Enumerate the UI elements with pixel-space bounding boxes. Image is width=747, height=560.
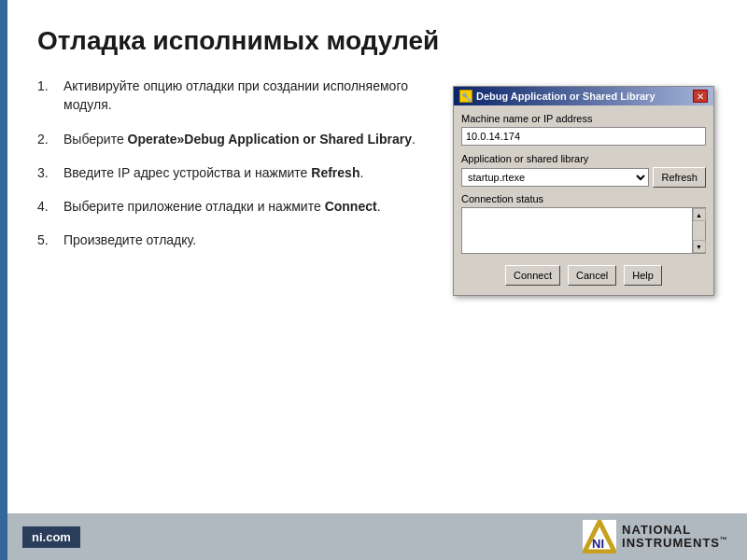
trademark-symbol: ™	[720, 536, 728, 544]
dialog-window: 🔧 Debug Application or Shared Library ✕ …	[453, 86, 714, 296]
footer-instruments: INSTRUMENTS™	[622, 537, 728, 551]
svg-text:NI: NI	[592, 537, 604, 551]
step-4-bold: Connect	[325, 199, 377, 214]
ni-url: ni.com	[22, 526, 80, 548]
scrollbar-vertical[interactable]: ▲ ▼	[692, 208, 705, 253]
app-library-select[interactable]: startup.rtexe	[461, 168, 649, 187]
step-4-text: Выберите приложение отладки и нажмите Co…	[63, 197, 434, 216]
app-library-row: startup.rtexe Refresh	[461, 167, 706, 188]
connection-status-box: ▲ ▼	[461, 207, 706, 254]
scroll-down-arrow[interactable]: ▼	[693, 240, 706, 253]
step-2-text: Выберите Operate»Debug Application or Sh…	[63, 130, 434, 148]
list-item: Выберите приложение отладки и нажмите Co…	[37, 197, 434, 216]
list-item: Введите IP адрес устройства и нажмите Re…	[37, 163, 434, 182]
steps-list: Активируйте опцию отладки при создании и…	[37, 77, 434, 504]
dialog-bottom-buttons: Connect Cancel Help	[461, 261, 706, 289]
list-item: Произведите отладку.	[37, 231, 434, 249]
slide: Отладка исполнимых модулей Активируйте о…	[0, 0, 747, 560]
help-button[interactable]: Help	[624, 265, 662, 286]
slide-content: Отладка исполнимых модулей Активируйте о…	[7, 0, 747, 513]
slide-title: Отладка исполнимых модулей	[37, 26, 719, 56]
ni-logo: NI NATIONAL INSTRUMENTS™	[583, 520, 728, 553]
machine-name-label: Machine name or IP address	[461, 113, 706, 124]
connect-button[interactable]: Connect	[505, 265, 560, 286]
step-5-text: Произведите отладку.	[63, 231, 434, 249]
dialog-icon: 🔧	[459, 90, 472, 103]
dialog-close-button[interactable]: ✕	[693, 90, 708, 103]
app-library-label: Application or shared library	[461, 153, 706, 164]
step-3-bold: Refresh	[311, 165, 359, 180]
refresh-button[interactable]: Refresh	[653, 167, 706, 188]
dialog-area: 🔧 Debug Application or Shared Library ✕ …	[453, 77, 719, 504]
list-item: Активируйте опцию отладки при создании и…	[37, 77, 434, 115]
step-3-text: Введите IP адрес устройства и нажмите Re…	[63, 163, 434, 182]
dialog-title: Debug Application or Shared Library	[476, 91, 655, 102]
ni-logo-icon: NI	[583, 520, 616, 553]
dialog-body: Machine name or IP address Application o…	[454, 105, 713, 295]
main-area: Активируйте опцию отладки при создании и…	[37, 77, 719, 504]
connection-status-label: Connection status	[461, 193, 706, 204]
list-item: Выберите Operate»Debug Application or Sh…	[37, 130, 434, 148]
step-1-text: Активируйте опцию отладки при создании и…	[63, 77, 434, 115]
slide-footer: ni.com NI NATIONAL INSTRUMENTS™	[7, 513, 747, 560]
machine-name-input[interactable]	[461, 127, 706, 146]
scroll-up-arrow[interactable]: ▲	[693, 208, 706, 221]
cancel-button[interactable]: Cancel	[568, 265, 616, 286]
footer-logo-text: NATIONAL INSTRUMENTS™	[622, 524, 728, 551]
dialog-titlebar: 🔧 Debug Application or Shared Library ✕	[454, 87, 713, 105]
footer-national: NATIONAL	[622, 524, 728, 537]
step-2-bold: Operate»Debug Application or Shared Libr…	[128, 132, 412, 147]
